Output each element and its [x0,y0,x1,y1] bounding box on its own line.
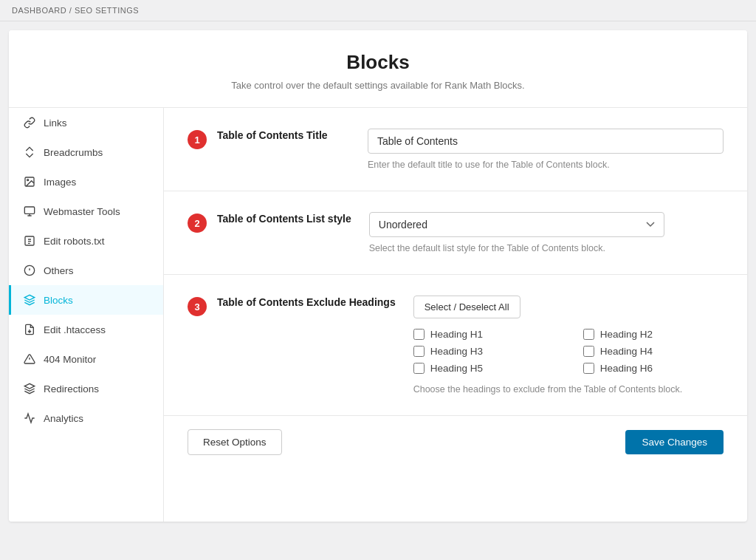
list-style-select[interactable]: Unordered Ordered [369,212,664,237]
page-wrapper: Blocks Take control over the default set… [9,30,747,522]
blocks-icon [23,293,36,307]
settings-section-3: 3 Table of Contents Exclude Headings Sel… [164,275,747,415]
sidebar-label-images: Images [44,177,76,188]
heading-h2-item[interactable]: Heading H2 [583,329,724,340]
sidebar-label-edit-htaccess: Edit .htaccess [44,324,106,335]
heading-h2-checkbox[interactable] [583,329,594,340]
sidebar: Links Breadcrumbs [9,108,164,522]
svg-rect-2 [24,207,34,214]
heading-h6-checkbox[interactable] [583,363,594,374]
redirect-icon [23,382,36,395]
svg-point-1 [27,180,29,181]
section-1-help: Enter the default title to use for the T… [368,160,724,170]
sidebar-label-webmaster-tools: Webmaster Tools [44,206,120,217]
robots-icon [23,234,36,247]
section-2-title: Table of Contents List style [217,212,351,227]
footer-actions: Reset Options Save Changes [164,415,747,468]
monitor-icon [23,352,36,366]
others-icon [23,264,36,277]
image-icon [23,175,36,188]
heading-h3-checkbox[interactable] [413,346,425,357]
htaccess-icon [23,323,36,336]
step-badge-2: 2 [188,214,207,233]
heading-h6-item[interactable]: Heading H6 [583,363,724,374]
sidebar-item-images[interactable]: Images [9,167,163,197]
heading-h2-label: Heading H2 [600,329,653,340]
heading-h5-item[interactable]: Heading H5 [413,363,554,374]
sidebar-label-others: Others [44,265,74,276]
content-area: Links Breadcrumbs [9,108,747,522]
section-3-help: Choose the headings to exclude from the … [413,384,724,395]
sidebar-label-breadcrumbs: Breadcrumbs [44,147,103,158]
sidebar-item-redirections[interactable]: Redirections [9,374,163,403]
page-subtitle: Take control over the default settings a… [24,80,732,91]
breadcrumb-dashboard[interactable]: DASHBOARD [12,6,66,15]
breadcrumb-nav-icon [23,146,36,159]
sidebar-label-redirections: Redirections [44,383,99,395]
section-1-control: Enter the default title to use for the T… [368,129,724,170]
heading-h6-label: Heading H6 [600,363,653,374]
sidebar-item-links[interactable]: Links [9,108,163,137]
breadcrumb-current: SEO SETTINGS [75,6,139,15]
heading-h1-item[interactable]: Heading H1 [413,329,554,340]
sidebar-label-analytics: Analytics [44,413,83,424]
step-badge-3: 3 [188,297,207,316]
webmaster-icon [23,205,36,218]
sidebar-item-404-monitor[interactable]: 404 Monitor [9,344,163,374]
sidebar-label-links: Links [44,117,67,129]
section-2-control: Unordered Ordered Select the default lis… [369,212,724,253]
step-badge-1: 1 [188,130,207,149]
sidebar-label-blocks: Blocks [44,295,73,306]
reset-options-button[interactable]: Reset Options [188,429,282,455]
breadcrumb-bar: DASHBOARD / SEO SETTINGS [0,0,756,21]
sidebar-item-blocks[interactable]: Blocks [9,285,163,315]
section-3-label: 3 Table of Contents Exclude Headings [188,296,396,316]
headings-grid: Heading H1 Heading H2 Heading H3 He [413,329,724,374]
analytics-icon [23,412,36,425]
section-1-title: Table of Contents Title [217,129,328,143]
heading-h5-label: Heading H5 [430,363,483,374]
main-content: 1 Table of Contents Title Enter the defa… [164,108,747,522]
sidebar-item-webmaster-tools[interactable]: Webmaster Tools [9,197,163,226]
settings-section-2: 2 Table of Contents List style Unordered… [164,191,747,275]
sidebar-label-404-monitor: 404 Monitor [44,354,96,365]
section-3-title: Table of Contents Exclude Headings [217,296,396,310]
sidebar-item-edit-htaccess[interactable]: Edit .htaccess [9,315,163,344]
settings-section-1: 1 Table of Contents Title Enter the defa… [164,108,747,191]
sidebar-label-edit-robots: Edit robots.txt [44,236,105,247]
link-icon [23,116,36,129]
heading-h1-label: Heading H1 [430,329,483,340]
heading-h1-checkbox[interactable] [413,329,425,340]
section-1-label: 1 Table of Contents Title [188,129,350,149]
page-title: Blocks [24,51,732,74]
save-changes-button[interactable]: Save Changes [625,430,724,454]
toc-title-input[interactable] [368,129,724,154]
heading-h4-checkbox[interactable] [583,346,594,357]
section-3-control: Select / Deselect All Heading H1 Heading… [413,296,724,395]
select-deselect-all-button[interactable]: Select / Deselect All [413,296,520,318]
sidebar-item-breadcrumbs[interactable]: Breadcrumbs [9,137,163,167]
page-header: Blocks Take control over the default set… [9,30,747,108]
heading-h5-checkbox[interactable] [413,363,425,374]
svg-marker-7 [24,383,34,389]
heading-h4-item[interactable]: Heading H4 [583,346,724,357]
sidebar-item-analytics[interactable]: Analytics [9,403,163,433]
heading-h4-label: Heading H4 [600,346,653,357]
heading-h3-label: Heading H3 [430,346,483,357]
heading-h3-item[interactable]: Heading H3 [413,346,554,357]
section-2-help: Select the default list style for the Ta… [369,243,724,253]
section-2-label: 2 Table of Contents List style [188,212,351,233]
sidebar-item-others[interactable]: Others [9,256,163,285]
sidebar-item-edit-robots[interactable]: Edit robots.txt [9,226,163,256]
breadcrumb-separator: / [69,6,75,15]
